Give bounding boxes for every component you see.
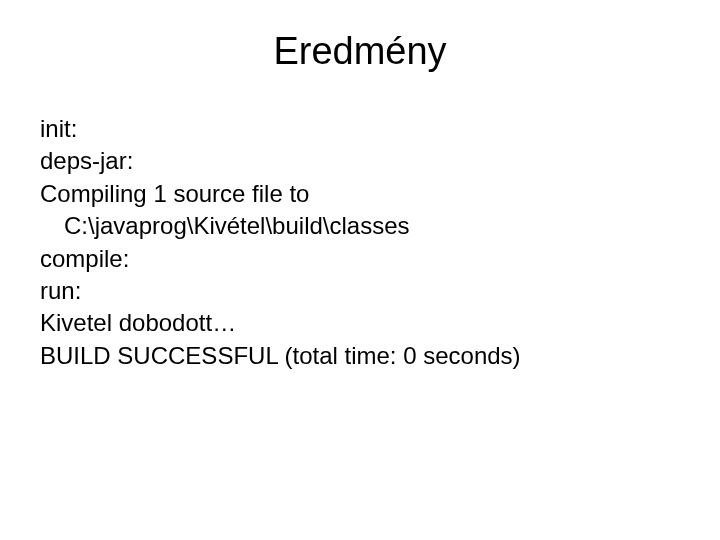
output-line: compile: — [40, 243, 680, 275]
output-line: run: — [40, 275, 680, 307]
output-line-indented: C:\javaprog\Kivétel\build\classes — [40, 210, 680, 242]
output-line: deps-jar: — [40, 145, 680, 177]
slide-container: Eredmény init: deps-jar: Compiling 1 sou… — [0, 0, 720, 540]
slide-title: Eredmény — [40, 30, 680, 73]
output-line: init: — [40, 113, 680, 145]
output-line: Kivetel dobodott… — [40, 307, 680, 339]
slide-body: init: deps-jar: Compiling 1 source file … — [40, 113, 680, 372]
output-line: BUILD SUCCESSFUL (total time: 0 seconds) — [40, 340, 680, 372]
output-line: Compiling 1 source file to — [40, 178, 680, 210]
